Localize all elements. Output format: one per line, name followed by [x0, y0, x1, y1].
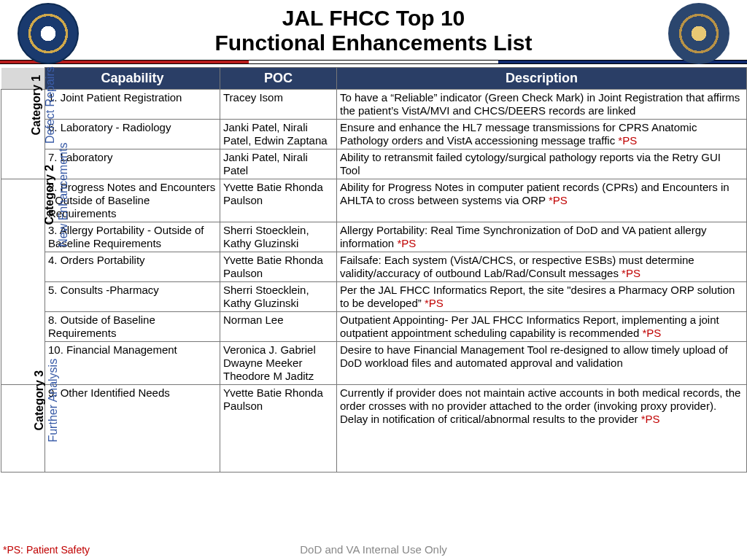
description-cell: To have a “Reliable” indicator (Green Ch… — [337, 90, 747, 120]
description-cell: Currently if provider does not maintain … — [337, 385, 747, 472]
poc-cell: Yvette Batie Rhonda Paulson — [220, 252, 337, 282]
table-row: 6. Laboratory - RadiologyJanki Patel, Ni… — [1, 120, 747, 149]
description-cell: Ability for Progress Notes in computer p… — [337, 179, 747, 222]
table-row: Category 2New Enhancements2. Progress No… — [1, 179, 747, 222]
poc-cell: Veronica J. Gabriel Dwayne Meeker Theodo… — [220, 342, 337, 385]
capability-cell: 5. Consults -Pharmacy — [45, 282, 220, 312]
table-header-row: Capability POC Description — [1, 68, 747, 90]
category-cell: Category 3Further Analysis — [1, 385, 45, 472]
poc-cell: Norman Lee — [220, 312, 337, 342]
col-description: Description — [337, 68, 747, 90]
table-row: Category 1Defect Repairs1. Joint Patient… — [1, 90, 747, 120]
description-cell: Allergy Portability: Real Time Synchroni… — [337, 222, 747, 252]
table-row: 3. Allergy Portability - Outside of Base… — [1, 222, 747, 252]
capability-cell: 1. Joint Patient Registration — [45, 90, 220, 120]
poc-cell: Yvette Batie Rhonda Paulson — [220, 179, 337, 222]
poc-cell: Yvette Batie Rhonda Paulson — [220, 385, 337, 472]
table-row: 4. Orders PortabilityYvette Batie Rhonda… — [1, 252, 747, 282]
footer-center: DoD and VA Internal Use Only — [0, 543, 747, 556]
col-capability: Capability — [45, 68, 220, 90]
page-title-1: JAL FHCC Top 10 — [0, 6, 747, 31]
description-cell: Desire to have Financial Management Tool… — [337, 342, 747, 385]
poc-cell: Sherri Stoecklein, Kathy Gluzinski — [220, 282, 337, 312]
description-cell: Outpatient Appointing- Per JAL FHCC Info… — [337, 312, 747, 342]
poc-cell: Tracey Isom — [220, 90, 337, 120]
capability-cell: 2. Progress Notes and Encounters - Outsi… — [45, 179, 220, 222]
poc-cell: Sherri Stoecklein, Kathy Gluzinski — [220, 222, 337, 252]
table-row: 5. Consults -PharmacySherri Stoecklein, … — [1, 282, 747, 312]
category-cell: Category 2New Enhancements — [1, 179, 45, 385]
col-poc: POC — [220, 68, 337, 90]
capability-cell: 7. Laboratory — [45, 149, 220, 179]
ps-marker: *PS — [641, 413, 660, 425]
category-cell: Category 1Defect Repairs — [1, 90, 45, 179]
table-row: 8. Outside of Baseline RequirementsNorma… — [1, 312, 747, 342]
ps-marker: *PS — [549, 194, 568, 206]
capability-cell: 8. Outside of Baseline Requirements — [45, 312, 220, 342]
header: JAL FHCC Top 10 Functional Enhancements … — [0, 0, 747, 58]
description-cell: Ensure and enhance the HL7 message trans… — [337, 120, 747, 149]
divider-bar — [0, 60, 747, 64]
capability-cell: 3. Allergy Portability - Outside of Base… — [45, 222, 220, 252]
ps-marker: *PS — [642, 327, 661, 339]
dod-seal-icon — [18, 3, 79, 64]
description-cell: Ability to retransmit failed cytology/su… — [337, 149, 747, 179]
capability-cell: 9. Other Identified Needs — [45, 385, 220, 472]
capability-cell: 10. Financial Management — [45, 342, 220, 385]
footer-legend: *PS: Patient Safety — [3, 544, 90, 556]
ps-marker: *PS — [397, 237, 416, 249]
table-row: 7. LaboratoryJanki Patel, Nirali PatelAb… — [1, 149, 747, 179]
poc-cell: Janki Patel, Nirali Patel, Edwin Zaptana — [220, 120, 337, 149]
ps-marker: *PS — [622, 267, 640, 279]
table-row: 10. Financial ManagementVeronica J. Gabr… — [1, 342, 747, 385]
enhancements-table: Capability POC Description Category 1Def… — [1, 67, 747, 472]
page-title-2: Functional Enhancements List — [0, 31, 747, 55]
va-seal-icon — [668, 3, 729, 64]
table-row: Category 3Further Analysis9. Other Ident… — [1, 385, 747, 472]
poc-cell: Janki Patel, Nirali Patel — [220, 149, 337, 179]
description-cell: Failsafe: Each system (VistA/CHCS, or re… — [337, 252, 747, 282]
capability-cell: 6. Laboratory - Radiology — [45, 120, 220, 149]
ps-marker: *PS — [618, 134, 637, 147]
capability-cell: 4. Orders Portability — [45, 252, 220, 282]
ps-marker: *PS — [425, 297, 444, 309]
description-cell: Per the JAL FHCC Informatics Report, the… — [337, 282, 747, 312]
